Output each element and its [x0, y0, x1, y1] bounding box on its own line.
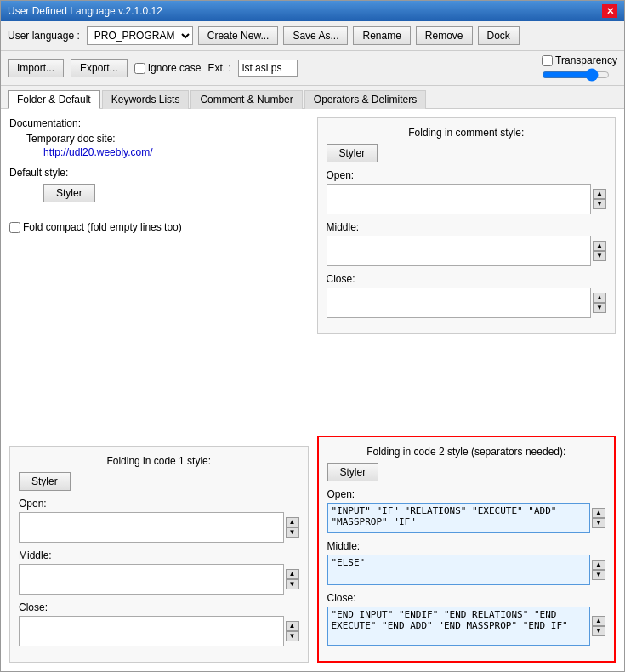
ext-label: Ext. : [207, 62, 230, 74]
tab-operators-delimiters[interactable]: Operators & Delimiters [304, 90, 426, 109]
styler-right-button[interactable]: Styler [327, 144, 378, 162]
comment-open-label: Open: [327, 169, 607, 181]
transparency-slider[interactable] [542, 68, 610, 82]
tab-comment-number[interactable]: Comment & Number [190, 90, 302, 109]
code1-open-scroll-up[interactable]: ▲ [286, 517, 299, 527]
code2-close-scroll-down[interactable]: ▼ [592, 626, 605, 636]
comment-close-wrap: ▲ ▼ [327, 288, 607, 318]
styler-left-button[interactable]: Styler [43, 184, 95, 202]
comment-middle-group: Middle: ▲ ▼ [327, 221, 607, 266]
code1-middle-input[interactable] [19, 564, 284, 595]
ext-input[interactable] [238, 60, 298, 77]
code2-title: Folding in code 2 style (separators need… [327, 446, 606, 458]
ignore-case-checkbox[interactable] [134, 63, 145, 74]
code1-middle-scroll-down[interactable]: ▼ [286, 579, 299, 589]
fold-compact-section: Fold compact (fold empty lines too) [9, 221, 309, 233]
close-button[interactable]: ✕ [602, 4, 617, 18]
main-window: User Defined Language v.2.1.0.12 ✕ User … [0, 0, 625, 672]
comment-close-scroll-up[interactable]: ▲ [593, 293, 606, 303]
code1-middle-label: Middle: [19, 550, 299, 561]
code1-title: Folding in code 1 style: [19, 455, 299, 467]
comment-close-scroll: ▲ ▼ [593, 293, 606, 313]
code2-section: Folding in code 2 style (separators need… [317, 436, 616, 663]
dock-button[interactable]: Dock [478, 26, 520, 45]
temp-doc-site: Temporary doc site: [26, 133, 309, 145]
code1-close-scroll-up[interactable]: ▲ [286, 621, 299, 631]
comment-middle-scroll-down[interactable]: ▼ [593, 251, 606, 261]
transparency-checkbox[interactable] [542, 55, 553, 66]
comment-title: Folding in comment style: [327, 127, 607, 139]
code1-open-scroll-down[interactable]: ▼ [286, 527, 299, 538]
ignore-case-label[interactable]: Ignore case [134, 62, 202, 74]
code1-open-label: Open: [19, 498, 299, 510]
code2-close-label: Close: [327, 592, 606, 604]
code1-section: Folding in code 1 style: Styler Open: ▲ … [9, 446, 309, 663]
create-new-button[interactable]: Create New... [198, 26, 279, 45]
code2-open-scroll-up[interactable]: ▲ [592, 508, 605, 518]
transparency-top: Transparency [542, 54, 617, 66]
code1-middle-scroll-up[interactable]: ▲ [286, 569, 299, 579]
comment-open-group: Open: ▲ ▼ [327, 169, 607, 214]
code2-close-scroll-up[interactable]: ▲ [592, 616, 605, 626]
code1-close-label: Close: [19, 601, 299, 613]
comment-middle-scroll: ▲ ▼ [593, 241, 606, 261]
code2-open-scroll-down[interactable]: ▼ [592, 518, 605, 528]
default-style-section: Default style: Styler [9, 167, 309, 209]
default-style-label: Default style: [9, 167, 309, 179]
comment-close-input[interactable] [327, 288, 592, 318]
code1-close-scroll-down[interactable]: ▼ [286, 631, 299, 641]
transparency-label: Transparency [555, 54, 617, 66]
comment-open-input[interactable] [327, 184, 592, 214]
styler-code2-button[interactable]: Styler [327, 463, 379, 481]
toolbar-row2: Import... Export... Ignore case Ext. : T… [1, 51, 624, 86]
comment-close-label: Close: [327, 273, 607, 285]
comment-middle-input[interactable] [327, 236, 592, 266]
code1-open-input[interactable] [19, 512, 284, 543]
tab-bar: Folder & Default Keywords Lists Comment … [1, 86, 624, 109]
doc-link[interactable]: http://udl20.weebly.com/ [43, 146, 153, 158]
code2-middle-wrap: "ELSE" ▲ ▼ [327, 555, 606, 585]
comment-close-scroll-down[interactable]: ▼ [593, 303, 606, 313]
main-content: Documentation: Temporary doc site: http:… [1, 109, 624, 671]
language-label: User language : [8, 30, 80, 42]
left-panel: Documentation: Temporary doc site: http:… [9, 117, 309, 663]
comment-open-scroll: ▲ ▼ [593, 189, 606, 209]
code2-middle-input[interactable]: "ELSE" [327, 555, 591, 585]
comment-middle-scroll-up[interactable]: ▲ [593, 241, 606, 251]
content-grid: Documentation: Temporary doc site: http:… [9, 117, 616, 663]
fold-compact-checkbox[interactable] [9, 222, 20, 233]
rename-button[interactable]: Rename [353, 26, 410, 45]
styler-code1-button[interactable]: Styler [19, 472, 71, 491]
code1-open-wrap: ▲ ▼ [19, 512, 299, 543]
code1-middle-scroll: ▲ ▼ [286, 569, 299, 589]
save-as-button[interactable]: Save As... [283, 26, 348, 45]
code2-open-group: Open: "INPUT" "IF" "RELATIONS" "EXECUTE"… [327, 488, 606, 533]
code2-middle-scroll: ▲ ▼ [592, 560, 605, 580]
comment-open-scroll-down[interactable]: ▼ [593, 199, 606, 209]
code2-middle-label: Middle: [327, 540, 606, 552]
remove-button[interactable]: Remove [416, 26, 473, 45]
code2-close-wrap: "END INPUT" "ENDIF" "END RELATIONS" "END… [327, 607, 606, 646]
code2-open-input[interactable]: "INPUT" "IF" "RELATIONS" "EXECUTE" "ADD"… [327, 503, 591, 533]
comment-section: Folding in comment style: Styler Open: ▲… [317, 117, 616, 334]
code2-close-input[interactable]: "END INPUT" "ENDIF" "END RELATIONS" "END… [327, 607, 591, 646]
code1-close-scroll: ▲ ▼ [286, 621, 299, 641]
fold-compact-label: Fold compact (fold empty lines too) [23, 221, 182, 233]
toolbar-row1: User language : PRO_PROGRAM Create New..… [1, 21, 624, 51]
tab-keywords-lists[interactable]: Keywords Lists [102, 90, 190, 109]
code2-middle-scroll-up[interactable]: ▲ [592, 560, 605, 570]
export-button[interactable]: Export... [71, 59, 128, 77]
code1-close-wrap: ▲ ▼ [19, 616, 299, 646]
code2-middle-group: Middle: "ELSE" ▲ ▼ [327, 540, 606, 585]
code2-open-wrap: "INPUT" "IF" "RELATIONS" "EXECUTE" "ADD"… [327, 503, 606, 533]
comment-open-scroll-up[interactable]: ▲ [593, 189, 606, 199]
code1-close-input[interactable] [19, 616, 284, 646]
doc-section: Documentation: Temporary doc site: http:… [9, 117, 309, 158]
language-select[interactable]: PRO_PROGRAM [87, 26, 193, 45]
code2-open-label: Open: [327, 488, 606, 500]
tab-folder-default[interactable]: Folder & Default [8, 90, 100, 109]
code2-middle-scroll-down[interactable]: ▼ [592, 570, 605, 580]
comment-middle-label: Middle: [327, 221, 607, 233]
import-button[interactable]: Import... [8, 59, 64, 77]
doc-title: Documentation: [9, 117, 309, 129]
